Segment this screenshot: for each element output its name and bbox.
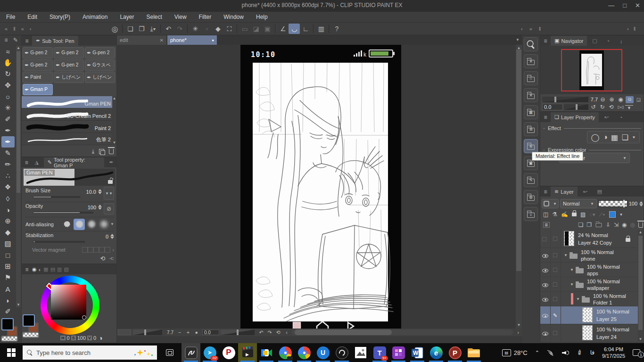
layer-row-layer-25[interactable]: ✎100 % NormalLayer 25 — [540, 306, 638, 324]
menu-file[interactable]: File — [0, 12, 21, 22]
taskbar-app-photos[interactable] — [351, 343, 370, 362]
brush-scrollbar[interactable]: ▲▼ — [112, 96, 116, 145]
subtool-しげペン[interactable]: ✒しげペン — [85, 72, 115, 83]
subtool-g-pen-2[interactable]: ✒G-pen 2 — [54, 47, 84, 58]
vector-magnet-expand-icon[interactable]: › — [112, 247, 114, 253]
pen-tool-selected[interactable]: ✒ — [1, 136, 15, 148]
redo-button[interactable]: ↷ — [174, 24, 185, 34]
layer-opacity-value[interactable]: 100 — [629, 201, 637, 206]
tab-modified-dot[interactable]: ● — [212, 38, 214, 42]
subtool-tab[interactable]: ✒Sub Tool: Pen — [32, 36, 78, 46]
hand-tool[interactable]: ✋ — [1, 57, 15, 68]
navigator-rotation-slider[interactable] — [564, 104, 588, 110]
document-tab-edit[interactable]: edit✕ — [117, 35, 166, 45]
selection-tool-2[interactable]: ◪ — [250, 24, 262, 34]
selection-tool-3[interactable]: ▣ — [262, 24, 273, 34]
new-folder-icon[interactable] — [596, 223, 602, 227]
layer-opacity-slider[interactable] — [598, 200, 627, 207]
layer-visibility-icon[interactable] — [542, 283, 548, 287]
lasso-tool[interactable]: ○ — [1, 91, 15, 102]
marker-tool[interactable]: ✏ — [1, 159, 15, 170]
taskbar-app-pinterest[interactable]: P — [219, 343, 238, 362]
maximize-button[interactable]: □ — [623, 2, 627, 9]
subtool-gラスペ[interactable]: ✒Gラスペ — [85, 59, 115, 71]
brush-shape-tab-icon[interactable]: ◮ — [32, 157, 42, 167]
zoom-out-button[interactable]: − — [175, 329, 184, 336]
layer-thumbnail[interactable] — [582, 307, 593, 322]
reference-layer-icon[interactable]: ⚗ — [552, 211, 557, 218]
eyedropper-tool[interactable]: ✐ — [1, 114, 15, 125]
taskbar-app-edge[interactable]: e — [427, 343, 446, 362]
rotate-tool[interactable]: ↻ — [1, 68, 15, 80]
tool-panel-menu-icon[interactable]: ≡ — [3, 37, 9, 43]
taskbar-app-chrome[interactable] — [295, 343, 314, 362]
color-panel-menu-icon[interactable]: ≡ — [24, 266, 30, 273]
tab-close-icon[interactable]: ✕ — [160, 38, 164, 43]
expand-right-icon[interactable]: » — [529, 26, 532, 32]
horizontal-scrollbar[interactable] — [292, 329, 513, 335]
divider-handle-right[interactable]: ‖ — [539, 26, 541, 32]
tool-property-menu-icon[interactable]: ≡ — [24, 159, 30, 166]
layer-visibility-icon[interactable] — [542, 269, 548, 272]
layer-visibility-icon[interactable] — [542, 314, 548, 318]
material-folder-home[interactable]: ⌂ — [524, 71, 538, 85]
nav-zoom-out-button[interactable]: ⊖ — [599, 96, 607, 103]
mesh-tool[interactable]: ⊕ — [1, 215, 15, 227]
layer-row-wallpaper[interactable]: ▼100 % Normalwallpaper — [540, 277, 638, 292]
layer-row-phone[interactable]: ▼100 % Normalphone — [540, 248, 638, 263]
subtool-gman-p[interactable]: ✒Gman P — [23, 84, 53, 95]
opacity-spinner[interactable] — [98, 204, 102, 210]
deselect-button[interactable]: ▫ — [201, 24, 212, 34]
menu-window[interactable]: Window — [217, 12, 250, 22]
scroll-right-button[interactable]: › — [514, 329, 522, 336]
layer-color-effect-icon[interactable]: ❏ — [622, 133, 628, 142]
navigator-menu-icon[interactable]: ≡ — [542, 38, 549, 44]
layer-anim-tab[interactable]: ▤ — [594, 187, 606, 197]
new-vector-layer-icon[interactable]: ❐ — [586, 222, 592, 228]
wrench-icon[interactable]: ⑂ — [108, 257, 116, 261]
fill-tool[interactable]: ◆ — [1, 227, 15, 238]
material-folder-edit[interactable]: ✎ — [524, 173, 538, 187]
taskbar-app-power-apps[interactable] — [389, 343, 408, 362]
navigator-preview[interactable] — [540, 46, 644, 94]
save-button[interactable]: ⤓▾ — [147, 24, 158, 34]
layer-visibility-icon[interactable] — [542, 332, 548, 336]
color-mixer-tab-icon[interactable]: ▤ — [50, 266, 55, 272]
operation-tool[interactable]: ≈ — [1, 46, 15, 57]
import-subtool-icon[interactable]: ⤓ — [92, 148, 94, 155]
undo-button[interactable]: ↶ — [163, 24, 174, 34]
layer-row-folder-1[interactable]: ▼100 % NormalFolder 1 — [540, 292, 638, 306]
draft-layer-icon[interactable]: ✍ — [561, 211, 568, 218]
move-tool[interactable]: ✥ — [1, 80, 15, 91]
layer-property-menu-icon[interactable]: ≡ — [542, 114, 549, 121]
divider-far-right[interactable]: ‖ — [634, 26, 636, 32]
nav-window-fit-button[interactable]: ◲ — [635, 96, 643, 103]
subtool-g-pen-2[interactable]: ✒G-pen 2 — [23, 59, 53, 71]
subtool-g-pen-2[interactable]: ✒G-pen 2 — [23, 47, 53, 58]
layer-color-icon[interactable] — [609, 211, 616, 218]
notification-button[interactable]: 1 — [633, 349, 640, 356]
aa-medium-button[interactable] — [86, 219, 97, 230]
color-mode-icon[interactable]: ◑ — [99, 334, 102, 342]
enable-mask-icon[interactable]: ◌▾ — [589, 212, 595, 218]
layer-list-view-icon[interactable]: ≣ — [543, 222, 550, 228]
ruler-icon[interactable]: ⟋▾ — [599, 212, 605, 218]
layer-tab[interactable]: ≋Layer — [551, 187, 578, 197]
subtool-g-pen-2[interactable]: ✒G-pen 2 — [54, 59, 84, 71]
material-folder-x1[interactable]: ✕ — [524, 54, 538, 68]
transfer-layer-icon[interactable]: ⇩ — [606, 222, 611, 228]
brush-size-value[interactable]: 10.0 — [86, 189, 96, 195]
color-slider-tab-icon[interactable]: ◐ — [39, 267, 42, 272]
menu-select[interactable]: Select — [140, 12, 168, 22]
canvas-viewport[interactable]: 10:10 k — [117, 45, 522, 329]
subtool-menu-icon[interactable]: ≡ — [24, 38, 30, 44]
language-indicator[interactable]: فا — [590, 349, 594, 356]
taskbar-app-teams[interactable]: T9+ — [370, 343, 389, 362]
brush-色筆-2[interactable]: 色筆 2 — [22, 133, 113, 145]
frame-tool[interactable]: ⊞ — [1, 261, 15, 272]
stabilization-spinner[interactable] — [110, 233, 114, 239]
nav-zoom-in-button[interactable]: ⊕ — [608, 96, 616, 103]
tool-scrollbar[interactable]: ▲▼ — [16, 46, 21, 307]
layer-opacity-spinner[interactable] — [639, 201, 643, 207]
brush-gman-pen[interactable]: Gman PEN — [22, 96, 113, 108]
